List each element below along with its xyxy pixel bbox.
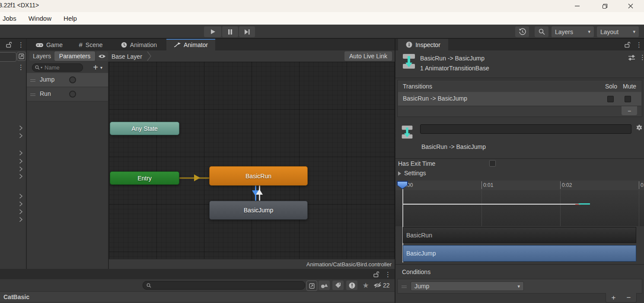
open-search-window-button[interactable] bbox=[306, 281, 317, 291]
undo-history-button[interactable] bbox=[515, 26, 529, 37]
lock-icon[interactable] bbox=[6, 41, 12, 49]
timeline-body[interactable] bbox=[395, 190, 644, 226]
tab-scene[interactable]: # Scene bbox=[70, 39, 112, 50]
search-button[interactable] bbox=[535, 26, 548, 37]
drag-handle-icon[interactable] bbox=[402, 284, 407, 289]
drag-handle-icon[interactable] bbox=[30, 78, 35, 83]
bar-label: BasicRun bbox=[406, 232, 432, 239]
chevron-right-icon[interactable] bbox=[19, 158, 23, 165]
layers-subtab[interactable]: Layers bbox=[29, 51, 54, 61]
inspector-title: BasicRun -> BasicJump bbox=[420, 55, 485, 62]
step-icon bbox=[244, 29, 250, 35]
add-parameter-caret-icon[interactable]: ▾ bbox=[100, 65, 102, 70]
console-warning-button[interactable] bbox=[346, 281, 357, 290]
play-button[interactable] bbox=[204, 26, 221, 37]
close-button[interactable] bbox=[621, 0, 641, 12]
transition-asset-icon bbox=[402, 53, 416, 71]
transition-duration-line[interactable] bbox=[403, 204, 584, 205]
clock-icon bbox=[121, 42, 127, 48]
breadcrumb[interactable]: Base Layer bbox=[112, 52, 142, 61]
timeline-ruler[interactable]: 0:00 0:01 0:02 0: bbox=[395, 180, 644, 190]
state-machine-graph[interactable]: Any State Entry BasicRun BasicJump bbox=[109, 62, 395, 259]
node-basic-run[interactable]: BasicRun bbox=[209, 166, 308, 186]
tab-game-label: Game bbox=[46, 41, 63, 48]
restore-button[interactable] bbox=[595, 0, 615, 12]
timeline-bar-basicjump-selected[interactable]: BasicJump bbox=[403, 245, 636, 262]
add-parameter-button[interactable]: + bbox=[91, 62, 100, 73]
component-menu-button[interactable]: ⋮ bbox=[639, 54, 644, 60]
parameter-row-jump[interactable]: Jump bbox=[27, 73, 108, 87]
menu-jobs[interactable]: Jobs bbox=[0, 12, 22, 25]
parameter-search-input[interactable] bbox=[44, 64, 80, 71]
trigger-radio[interactable] bbox=[69, 91, 76, 98]
auto-live-link-button[interactable]: Auto Live Link bbox=[344, 51, 392, 61]
lock-icon[interactable] bbox=[625, 41, 630, 49]
chevron-right-icon[interactable] bbox=[19, 150, 23, 157]
chevron-right-icon[interactable] bbox=[19, 217, 23, 224]
node-basic-jump[interactable]: BasicJump bbox=[209, 201, 308, 220]
menu-help[interactable]: Help bbox=[57, 12, 83, 25]
presets-button[interactable] bbox=[628, 54, 635, 62]
remove-condition-button[interactable]: − bbox=[627, 294, 631, 302]
tab-game[interactable]: Game bbox=[29, 39, 70, 50]
parameter-row-run[interactable]: Run bbox=[27, 87, 108, 101]
step-button[interactable] bbox=[239, 26, 255, 37]
divider bbox=[395, 264, 644, 265]
foldout-arrow-icon[interactable] bbox=[398, 171, 401, 176]
node-any-state[interactable]: Any State bbox=[110, 122, 179, 135]
project-search-input[interactable] bbox=[153, 282, 301, 289]
animator-icon bbox=[174, 42, 181, 47]
transition-name-field[interactable] bbox=[420, 124, 631, 134]
tab-inspector[interactable]: Inspector bbox=[398, 39, 448, 50]
project-menu-button[interactable]: ⋮ bbox=[385, 271, 391, 278]
filter-by-type-button[interactable] bbox=[319, 281, 330, 290]
conditions-title: Conditions bbox=[402, 268, 430, 275]
layout-dropdown[interactable]: Layout ▾ bbox=[597, 26, 639, 37]
trigger-radio[interactable] bbox=[69, 76, 76, 83]
layers-dropdown[interactable]: Layers ▾ bbox=[552, 26, 594, 37]
favorites-button[interactable]: ★ bbox=[360, 281, 371, 290]
parameters-subtab[interactable]: Parameters bbox=[54, 51, 95, 61]
info-circle-icon bbox=[406, 41, 412, 48]
condition-parameter-dropdown[interactable]: Jump ▾ bbox=[411, 281, 524, 291]
left-panel-search-field[interactable] bbox=[0, 52, 16, 62]
scene-grid-icon: # bbox=[79, 41, 82, 48]
drag-handle-icon[interactable] bbox=[30, 92, 35, 97]
pause-button[interactable] bbox=[222, 26, 238, 37]
history-icon bbox=[519, 28, 526, 35]
node-entry[interactable]: Entry bbox=[110, 171, 179, 185]
menu-window[interactable]: Window bbox=[22, 12, 57, 25]
mute-checkbox[interactable] bbox=[625, 96, 631, 102]
gear-button[interactable] bbox=[636, 124, 643, 133]
inspector-menu-button[interactable]: ⋮ bbox=[636, 41, 642, 48]
chevron-right-icon[interactable] bbox=[19, 133, 23, 140]
chevron-right-icon[interactable] bbox=[19, 125, 23, 132]
settings-foldout[interactable]: Settings bbox=[404, 170, 426, 177]
tab-animation[interactable]: Animation bbox=[112, 39, 166, 50]
add-condition-button[interactable]: + bbox=[612, 294, 616, 302]
transition-marker-teal[interactable] bbox=[579, 203, 590, 205]
left-panel-menu-button[interactable]: ⋮ bbox=[18, 41, 24, 48]
chevron-right-icon[interactable] bbox=[19, 193, 23, 200]
lock-icon[interactable] bbox=[373, 271, 379, 279]
node-entry-label: Entry bbox=[137, 175, 152, 182]
remove-transition-button[interactable]: − bbox=[622, 106, 637, 115]
parameter-search-field[interactable]: ▾ bbox=[32, 63, 83, 72]
minimize-button[interactable] bbox=[567, 0, 587, 12]
transition-row[interactable]: BasicRun -> BasicJump bbox=[398, 92, 641, 106]
chevron-right-icon[interactable] bbox=[19, 174, 23, 180]
project-search-field[interactable] bbox=[143, 281, 305, 290]
chevron-right-icon[interactable] bbox=[19, 209, 23, 216]
chevron-right-icon[interactable] bbox=[19, 166, 23, 173]
hidden-count-button[interactable]: 22 bbox=[373, 281, 390, 290]
solo-checkbox[interactable] bbox=[607, 96, 614, 102]
left-panel-context-menu[interactable]: ⋮ bbox=[18, 64, 24, 70]
has-exit-time-checkbox[interactable] bbox=[489, 160, 496, 167]
tick-mark bbox=[560, 181, 561, 189]
open-window-button[interactable] bbox=[17, 52, 26, 61]
tab-animator[interactable]: Animator bbox=[166, 39, 215, 50]
filter-by-label-button[interactable] bbox=[332, 281, 344, 290]
timeline-bar-basicrun[interactable]: BasicRun bbox=[403, 227, 636, 243]
chevron-right-icon[interactable] bbox=[19, 201, 23, 208]
visibility-toggle[interactable] bbox=[96, 51, 108, 61]
